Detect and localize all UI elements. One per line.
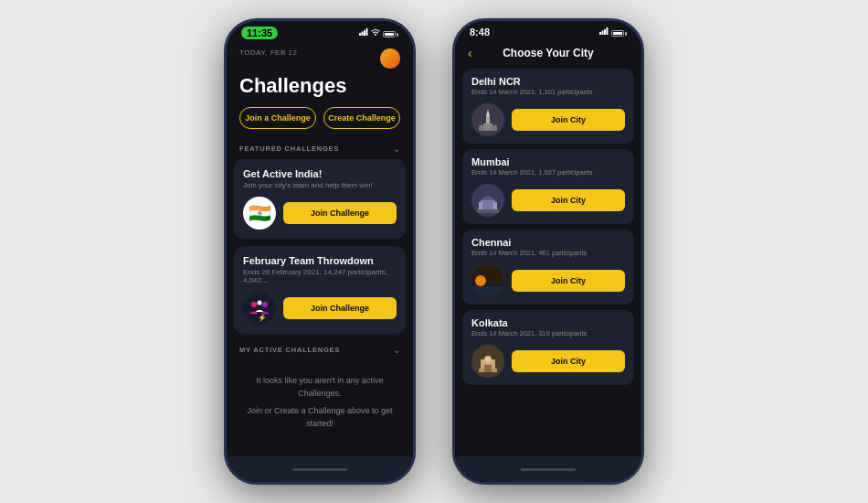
home-indicator-2 <box>521 468 576 471</box>
city-row-delhi: Join City <box>471 103 625 136</box>
status-bar-2: 8:48 <box>455 21 641 39</box>
city-name-delhi: Delhi NCR <box>471 76 625 87</box>
time-display-1: 11:35 <box>241 27 278 39</box>
svg-rect-16 <box>486 116 490 123</box>
status-icons-1 <box>359 28 398 37</box>
phone-city: 8:48 ‹ Choose Your City <box>452 18 644 485</box>
challenge-1-row: 🇮🇳 Join Challenge <box>243 197 397 230</box>
svg-point-8 <box>258 301 262 305</box>
challenge-1-icon: 🇮🇳 <box>243 197 276 230</box>
join-city-chennai-button[interactable]: Join City <box>512 270 625 292</box>
city-item-mumbai: Mumbai Ends 14 March 2021, 1,027 partici… <box>462 149 634 224</box>
empty-line-1: It looks like you aren't in any active C… <box>245 375 395 400</box>
featured-chevron-icon[interactable]: ⌄ <box>393 144 400 154</box>
join-city-mumbai-button[interactable]: Join City <box>512 189 625 211</box>
empty-state: It looks like you aren't in any active C… <box>227 360 413 450</box>
city-screen: ‹ Choose Your City Delhi NCR Ends 14 Mar… <box>455 39 641 456</box>
city-list: Delhi NCR Ends 14 March 2021, 1,101 part… <box>455 65 641 389</box>
join-city-delhi-button[interactable]: Join City <box>512 109 625 131</box>
status-icons-2 <box>599 27 627 37</box>
create-challenge-button[interactable]: Create Challenge <box>323 107 400 129</box>
active-label: MY ACTIVE CHALLENGES <box>239 346 340 354</box>
city-info-delhi: Ends 14 March 2021, 1,101 participants <box>471 88 625 96</box>
bottom-bar-1 <box>227 456 413 482</box>
city-row-kolkata: Join City <box>471 345 625 378</box>
svg-rect-24 <box>477 209 499 213</box>
city-nav: ‹ Choose Your City <box>455 39 641 65</box>
featured-section-header: FEATURED CHALLENGES ⌄ <box>227 140 413 159</box>
join-challenge-1-button[interactable]: Join Challenge <box>283 202 397 224</box>
challenge-2-row: ⚡ Join Challenge <box>243 292 397 325</box>
active-chevron-icon[interactable]: ⌄ <box>393 345 400 355</box>
signal-icon-2 <box>599 27 609 37</box>
svg-rect-33 <box>484 365 492 372</box>
date-label: TODAY, FEB 12 <box>239 48 297 57</box>
empty-line-2: Join or Create a Challenge above to get … <box>245 405 395 430</box>
svg-rect-1 <box>362 32 364 37</box>
city-info-mumbai: Ends 14 March 2021, 1,027 participants <box>471 168 625 177</box>
city-name-kolkata: Kolkata <box>471 317 625 328</box>
battery-icon-2 <box>611 27 627 37</box>
svg-rect-15 <box>483 123 492 131</box>
city-name-mumbai: Mumbai <box>471 156 625 167</box>
svg-rect-19 <box>492 125 497 131</box>
svg-rect-0 <box>359 33 361 36</box>
city-img-delhi <box>471 103 504 136</box>
city-row-chennai: Join City <box>471 264 625 297</box>
active-section-header: MY ACTIVE CHALLENGES ⌄ <box>227 341 413 360</box>
join-challenge-2-button[interactable]: Join Challenge <box>283 297 397 319</box>
city-img-kolkata <box>471 345 504 378</box>
city-name-chennai: Chennai <box>471 237 625 248</box>
wifi-icon-1 <box>371 28 380 37</box>
city-row-mumbai: Join City <box>471 184 625 217</box>
challenge-card-1: Get Active India! Join your city's team … <box>234 159 406 239</box>
svg-rect-18 <box>479 125 484 131</box>
challenge-1-subtitle: Join your city's team and help them win! <box>243 181 397 189</box>
svg-rect-10 <box>599 32 601 35</box>
city-info-chennai: Ends 14 March 2021, 461 participants <box>471 249 625 257</box>
challenge-2-icon: ⚡ <box>243 292 276 325</box>
svg-point-31 <box>484 356 492 363</box>
city-nav-title: Choose Your City <box>503 47 594 59</box>
challenges-screen: TODAY, FEB 12 Challenges Join a Challeng… <box>227 41 413 456</box>
home-indicator-1 <box>292 468 347 471</box>
status-bar-1: 11:35 <box>227 21 413 41</box>
time-display-2: 8:48 <box>470 27 490 37</box>
city-img-chennai <box>471 264 504 297</box>
svg-point-4 <box>375 34 376 36</box>
challenges-header: TODAY, FEB 12 <box>227 41 413 72</box>
svg-rect-3 <box>366 28 368 36</box>
city-info-kolkata: Ends 14 March 2021, 318 participants <box>471 329 625 337</box>
phone-challenges: 11:35 TODAY, FEB 12 <box>224 18 416 485</box>
svg-point-7 <box>262 302 268 307</box>
city-item-chennai: Chennai Ends 14 March 2021, 461 particip… <box>462 230 634 305</box>
featured-label: FEATURED CHALLENGES <box>239 144 339 153</box>
signal-icon-1 <box>359 28 368 37</box>
city-img-mumbai <box>471 184 504 217</box>
join-city-kolkata-button[interactable]: Join City <box>512 350 625 372</box>
svg-rect-2 <box>364 30 365 36</box>
svg-rect-13 <box>607 27 609 35</box>
city-item-delhi: Delhi NCR Ends 14 March 2021, 1,101 part… <box>462 69 634 144</box>
action-buttons: Join a Challenge Create Challenge <box>227 107 413 140</box>
svg-rect-28 <box>471 286 504 297</box>
svg-point-27 <box>475 275 486 286</box>
bottom-bar-2 <box>455 456 641 482</box>
city-item-kolkata: Kolkata Ends 14 March 2021, 318 particip… <box>462 310 634 385</box>
svg-rect-11 <box>602 31 604 36</box>
svg-rect-12 <box>604 29 606 35</box>
challenge-card-2: February Team Throwdown Ends 28 February… <box>234 246 406 334</box>
back-button[interactable]: ‹ <box>468 46 472 60</box>
challenge-2-title: February Team Throwdown <box>243 255 397 266</box>
avatar[interactable] <box>380 48 400 69</box>
challenge-1-title: Get Active India! <box>243 168 397 179</box>
challenge-2-subtitle: Ends 28 February 2021, 14,247 participan… <box>243 268 397 284</box>
svg-point-6 <box>251 302 257 307</box>
page-title: Challenges <box>227 72 413 107</box>
battery-icon-1 <box>383 28 398 37</box>
svg-text:⚡: ⚡ <box>258 313 267 322</box>
join-challenge-button[interactable]: Join a Challenge <box>239 107 316 129</box>
